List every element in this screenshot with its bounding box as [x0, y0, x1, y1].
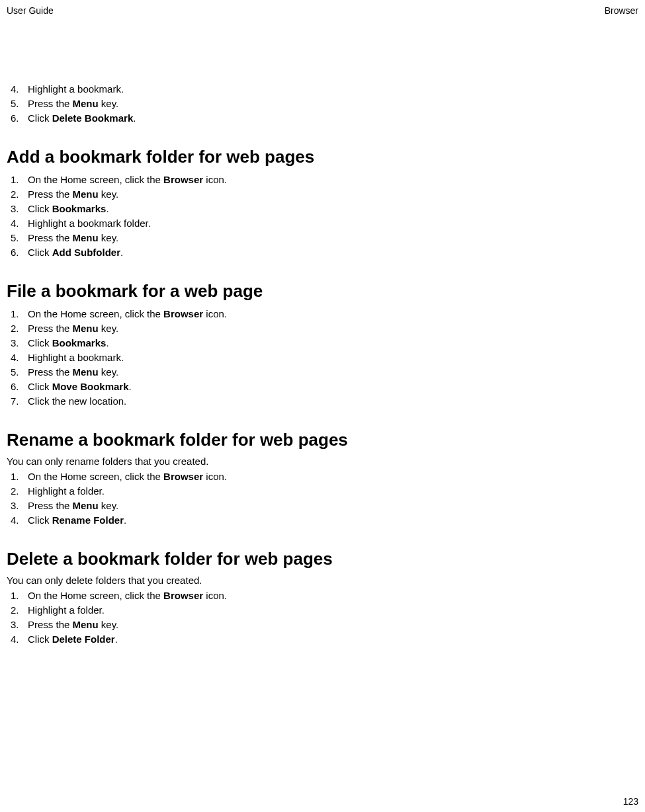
section-heading: File a bookmark for a web page [7, 281, 638, 302]
step-number: 1. [7, 589, 28, 603]
step-text: Highlight a bookmark. [28, 82, 638, 97]
bold-term: Move Bookmark [52, 381, 129, 392]
step-number: 2. [7, 321, 28, 336]
step-number: 2. [7, 484, 28, 499]
step-text: Highlight a bookmark. [28, 350, 638, 365]
list-item: 1.On the Home screen, click the Browser … [7, 469, 638, 484]
section-heading: Delete a bookmark folder for web pages [7, 549, 638, 569]
bold-term: Browser [163, 308, 203, 319]
section-steps-list: 1.On the Home screen, click the Browser … [7, 469, 638, 528]
step-number: 1. [7, 307, 28, 321]
header-left: User Guide [7, 5, 54, 16]
list-item: 4.Highlight a bookmark. [7, 350, 638, 365]
step-text: Press the Menu key. [28, 499, 638, 513]
bold-term: Menu [73, 500, 99, 511]
step-text: Press the Menu key. [28, 321, 638, 336]
step-text: Click Delete Folder. [28, 632, 638, 647]
step-text: Press the Menu key. [28, 365, 638, 380]
step-number: 5. [7, 231, 28, 245]
list-item: 3.Click Bookmarks. [7, 336, 638, 350]
list-item: 1.On the Home screen, click the Browser … [7, 589, 638, 603]
page-footer: 123 [623, 796, 638, 807]
step-text: Click Bookmarks. [28, 202, 638, 216]
list-item: 6.Click Add Subfolder. [7, 245, 638, 260]
list-item: 6.Click Delete Bookmark. [7, 111, 638, 126]
bold-term: Browser [163, 590, 203, 601]
list-item: 4.Click Rename Folder. [7, 513, 638, 528]
section-intro: You can only delete folders that you cre… [7, 575, 638, 586]
bold-term: Browser [163, 471, 203, 482]
list-item: 4.Click Delete Folder. [7, 632, 638, 647]
step-text: Click Rename Folder. [28, 513, 638, 528]
section-intro: You can only rename folders that you cre… [7, 456, 638, 467]
step-number: 1. [7, 469, 28, 484]
initial-steps-list: 4.Highlight a bookmark.5.Press the Menu … [7, 82, 638, 126]
page-number: 123 [623, 796, 638, 807]
step-number: 7. [7, 394, 28, 409]
bold-term: Menu [73, 232, 99, 243]
bold-term: Browser [163, 174, 203, 185]
step-text: Highlight a bookmark folder. [28, 216, 638, 231]
bold-term: Menu [73, 619, 99, 630]
step-number: 1. [7, 173, 28, 187]
list-item: 3.Press the Menu key. [7, 618, 638, 632]
step-number: 4. [7, 82, 28, 97]
page-content: 4.Highlight a bookmark.5.Press the Menu … [0, 16, 645, 647]
step-text: Press the Menu key. [28, 97, 638, 111]
list-item: 2.Press the Menu key. [7, 321, 638, 336]
bold-term: Bookmarks [52, 337, 107, 348]
step-number: 4. [7, 632, 28, 647]
step-number: 3. [7, 202, 28, 216]
step-number: 2. [7, 603, 28, 618]
list-item: 2.Press the Menu key. [7, 187, 638, 202]
step-text: On the Home screen, click the Browser ic… [28, 173, 638, 187]
list-item: 4.Highlight a bookmark. [7, 82, 638, 97]
step-number: 4. [7, 216, 28, 231]
step-number: 4. [7, 513, 28, 528]
bold-term: Add Subfolder [52, 247, 120, 258]
step-text: On the Home screen, click the Browser ic… [28, 469, 638, 484]
list-item: 3.Click Bookmarks. [7, 202, 638, 216]
step-text: Press the Menu key. [28, 231, 638, 245]
step-text: Click Delete Bookmark. [28, 111, 638, 126]
step-number: 3. [7, 499, 28, 513]
step-text: Highlight a folder. [28, 484, 638, 499]
step-text: On the Home screen, click the Browser ic… [28, 589, 638, 603]
step-text: Press the Menu key. [28, 187, 638, 202]
bold-term: Menu [73, 98, 99, 109]
section-steps-list: 1.On the Home screen, click the Browser … [7, 173, 638, 260]
list-item: 5.Press the Menu key. [7, 97, 638, 111]
bold-term: Menu [73, 188, 99, 200]
step-number: 6. [7, 111, 28, 126]
step-text: Click Add Subfolder. [28, 245, 638, 260]
bold-term: Delete Bookmark [52, 112, 134, 124]
page-header: User Guide Browser [0, 0, 645, 16]
step-text: Click Move Bookmark. [28, 380, 638, 394]
list-item: 7.Click the new location. [7, 394, 638, 409]
bold-term: Rename Folder [52, 514, 124, 526]
step-text: Click the new location. [28, 394, 638, 409]
step-number: 6. [7, 380, 28, 394]
list-item: 1.On the Home screen, click the Browser … [7, 307, 638, 321]
list-item: 4.Highlight a bookmark folder. [7, 216, 638, 231]
step-number: 4. [7, 350, 28, 365]
sections-container: Add a bookmark folder for web pages1.On … [7, 147, 638, 647]
section-steps-list: 1.On the Home screen, click the Browser … [7, 307, 638, 409]
list-item: 1.On the Home screen, click the Browser … [7, 173, 638, 187]
bold-term: Menu [73, 323, 99, 334]
header-right: Browser [605, 5, 638, 16]
step-number: 2. [7, 187, 28, 202]
bold-term: Delete Folder [52, 633, 115, 645]
list-item: 6.Click Move Bookmark. [7, 380, 638, 394]
section-heading: Rename a bookmark folder for web pages [7, 430, 638, 450]
section-steps-list: 1.On the Home screen, click the Browser … [7, 589, 638, 647]
bold-term: Bookmarks [52, 203, 107, 214]
step-text: Highlight a folder. [28, 603, 638, 618]
list-item: 5.Press the Menu key. [7, 365, 638, 380]
step-number: 3. [7, 336, 28, 350]
step-text: Press the Menu key. [28, 618, 638, 632]
step-number: 6. [7, 245, 28, 260]
list-item: 5.Press the Menu key. [7, 231, 638, 245]
step-number: 5. [7, 365, 28, 380]
list-item: 3.Press the Menu key. [7, 499, 638, 513]
